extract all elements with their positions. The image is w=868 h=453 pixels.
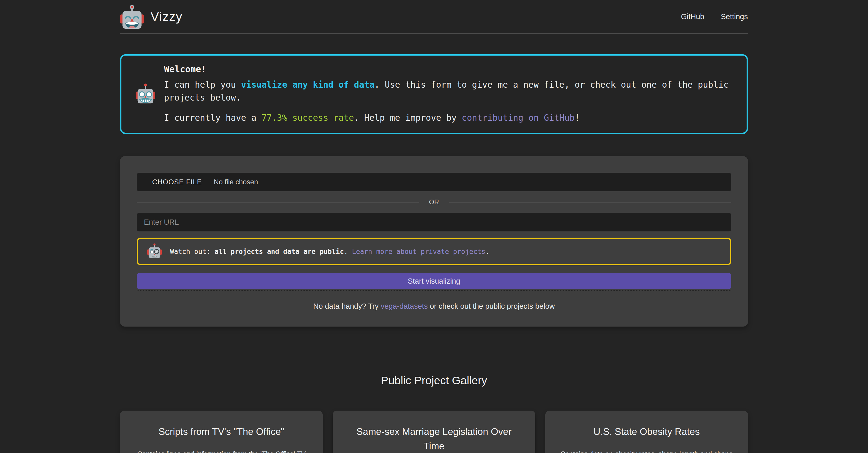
divider-label: OR [429,198,439,206]
project-card-description: Contains data on obesity rates, shape le… [556,449,738,453]
project-card-title: Same-sex Marriage Legislation Over Time [343,425,525,453]
nav-link-github[interactable]: GitHub [681,12,704,21]
upload-form-card: CHOOSE FILE No file chosen OR [120,156,748,327]
url-input[interactable] [137,213,731,231]
project-card-title: Scripts from TV's "The Office" [130,425,312,439]
welcome-paragraph-2: I currently have a 77.3% success rate. H… [164,111,731,124]
helper-pre: No data handy? Try [313,302,381,310]
welcome-p1-highlight: visualize any kind of data [241,80,375,90]
project-card-the-office[interactable]: Scripts from TV's "The Office" Contains … [120,410,323,453]
gallery-title: Public Project Gallery [120,374,748,387]
welcome-paragraph-1: I can help you visualize any kind of dat… [164,78,731,104]
main-nav: GitHub Settings [681,12,748,21]
welcome-text: Welcome! I can help you visualize any ki… [164,64,731,124]
file-input[interactable]: CHOOSE FILE No file chosen [137,173,731,191]
warning-bold: all projects and data are public [214,248,344,255]
start-visualizing-button[interactable]: Start visualizing [137,273,731,289]
robot-logo-icon [120,4,144,29]
nav-link-settings[interactable]: Settings [721,12,748,21]
divider-line-right [449,202,732,202]
contributing-github-link[interactable]: contributing on GitHub [462,113,575,123]
vega-datasets-link[interactable]: vega-datasets [381,302,428,310]
success-rate-value: 77.3% success rate [262,113,354,123]
helper-text: No data handy? Try vega-datasets or chec… [137,302,731,311]
welcome-p1-pre: I can help you [164,80,241,90]
welcome-p2-mid: . Help me improve by [354,113,462,123]
app-title: Vizzy [151,9,183,24]
welcome-p2-post: ! [575,113,580,123]
welcome-p2-pre: I currently have a [164,113,262,123]
page-container: Vizzy GitHub Settings [120,0,748,453]
choose-file-button[interactable]: CHOOSE FILE [152,178,202,186]
top-header: Vizzy GitHub Settings [120,0,748,34]
warning-text: Watch out: all projects and data are pub… [170,248,490,255]
private-projects-link[interactable]: Learn more about private projects [352,248,486,255]
project-card-description: Contains lines and information from the … [130,449,312,453]
project-card-obesity-rates[interactable]: U.S. State Obesity Rates Contains data o… [545,410,748,453]
helper-post: or check out the public projects below [428,302,555,310]
brand: Vizzy [120,4,183,29]
project-card-marriage-legislation[interactable]: Same-sex Marriage Legislation Over Time … [333,410,535,453]
project-card-title: U.S. State Obesity Rates [556,425,738,439]
public-data-warning: Watch out: all projects and data are pub… [137,237,731,265]
welcome-callout: Welcome! I can help you visualize any ki… [120,54,748,134]
file-chosen-status: No file chosen [214,178,258,186]
project-cards: Scripts from TV's "The Office" Contains … [120,410,748,453]
warning-post: . [486,248,490,255]
welcome-title: Welcome! [164,64,731,74]
robot-monocle-icon [147,242,162,262]
warning-mid: . [344,248,352,255]
or-divider: OR [137,198,731,206]
form-dotted-divider [137,290,731,291]
warning-pre: Watch out: [170,248,214,255]
robot-grin-icon [135,81,155,108]
divider-line-left [137,202,419,202]
